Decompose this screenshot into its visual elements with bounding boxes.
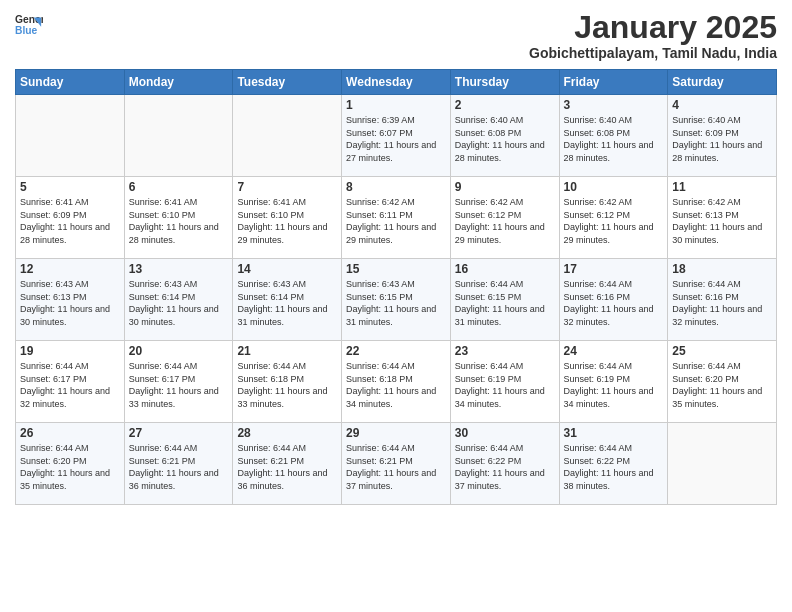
calendar-day-cell: 26Sunrise: 6:44 AMSunset: 6:20 PMDayligh… [16,423,125,505]
day-info: Sunrise: 6:40 AMSunset: 6:09 PMDaylight:… [672,114,772,164]
day-number: 13 [129,262,229,276]
calendar-day-cell: 4Sunrise: 6:40 AMSunset: 6:09 PMDaylight… [668,95,777,177]
header-thursday: Thursday [450,70,559,95]
day-number: 7 [237,180,337,194]
calendar-day-cell: 20Sunrise: 6:44 AMSunset: 6:17 PMDayligh… [124,341,233,423]
day-info: Sunrise: 6:44 AMSunset: 6:17 PMDaylight:… [20,360,120,410]
calendar-day-cell: 21Sunrise: 6:44 AMSunset: 6:18 PMDayligh… [233,341,342,423]
calendar-day-cell: 19Sunrise: 6:44 AMSunset: 6:17 PMDayligh… [16,341,125,423]
calendar-table: Sunday Monday Tuesday Wednesday Thursday… [15,69,777,505]
calendar-day-cell: 3Sunrise: 6:40 AMSunset: 6:08 PMDaylight… [559,95,668,177]
calendar-day-cell: 9Sunrise: 6:42 AMSunset: 6:12 PMDaylight… [450,177,559,259]
calendar-week-row: 19Sunrise: 6:44 AMSunset: 6:17 PMDayligh… [16,341,777,423]
day-number: 10 [564,180,664,194]
day-info: Sunrise: 6:44 AMSunset: 6:21 PMDaylight:… [346,442,446,492]
page: General Blue January 2025 Gobichettipala… [0,0,792,612]
calendar-day-cell: 7Sunrise: 6:41 AMSunset: 6:10 PMDaylight… [233,177,342,259]
calendar-day-cell: 27Sunrise: 6:44 AMSunset: 6:21 PMDayligh… [124,423,233,505]
day-number: 8 [346,180,446,194]
day-info: Sunrise: 6:43 AMSunset: 6:15 PMDaylight:… [346,278,446,328]
logo: General Blue [15,10,43,38]
day-number: 23 [455,344,555,358]
day-info: Sunrise: 6:43 AMSunset: 6:14 PMDaylight:… [129,278,229,328]
day-number: 29 [346,426,446,440]
calendar-day-cell: 11Sunrise: 6:42 AMSunset: 6:13 PMDayligh… [668,177,777,259]
day-number: 9 [455,180,555,194]
calendar-day-cell: 8Sunrise: 6:42 AMSunset: 6:11 PMDaylight… [342,177,451,259]
calendar-day-cell: 16Sunrise: 6:44 AMSunset: 6:15 PMDayligh… [450,259,559,341]
calendar-day-cell: 15Sunrise: 6:43 AMSunset: 6:15 PMDayligh… [342,259,451,341]
calendar-day-cell: 10Sunrise: 6:42 AMSunset: 6:12 PMDayligh… [559,177,668,259]
day-number: 26 [20,426,120,440]
subtitle: Gobichettipalayam, Tamil Nadu, India [529,45,777,61]
calendar-day-cell: 30Sunrise: 6:44 AMSunset: 6:22 PMDayligh… [450,423,559,505]
day-info: Sunrise: 6:41 AMSunset: 6:10 PMDaylight:… [237,196,337,246]
calendar-week-row: 5Sunrise: 6:41 AMSunset: 6:09 PMDaylight… [16,177,777,259]
calendar-week-row: 26Sunrise: 6:44 AMSunset: 6:20 PMDayligh… [16,423,777,505]
day-number: 5 [20,180,120,194]
header: General Blue January 2025 Gobichettipala… [15,10,777,61]
day-number: 2 [455,98,555,112]
day-number: 15 [346,262,446,276]
day-info: Sunrise: 6:44 AMSunset: 6:21 PMDaylight:… [129,442,229,492]
calendar-day-cell: 24Sunrise: 6:44 AMSunset: 6:19 PMDayligh… [559,341,668,423]
day-info: Sunrise: 6:39 AMSunset: 6:07 PMDaylight:… [346,114,446,164]
day-number: 19 [20,344,120,358]
day-number: 14 [237,262,337,276]
calendar-day-cell: 12Sunrise: 6:43 AMSunset: 6:13 PMDayligh… [16,259,125,341]
day-info: Sunrise: 6:43 AMSunset: 6:13 PMDaylight:… [20,278,120,328]
title-block: January 2025 Gobichettipalayam, Tamil Na… [529,10,777,61]
logo-icon: General Blue [15,10,43,38]
day-number: 20 [129,344,229,358]
day-info: Sunrise: 6:42 AMSunset: 6:12 PMDaylight:… [564,196,664,246]
header-monday: Monday [124,70,233,95]
header-friday: Friday [559,70,668,95]
day-number: 25 [672,344,772,358]
svg-text:Blue: Blue [15,25,38,36]
day-info: Sunrise: 6:44 AMSunset: 6:16 PMDaylight:… [564,278,664,328]
day-number: 31 [564,426,664,440]
calendar-day-cell [233,95,342,177]
day-info: Sunrise: 6:40 AMSunset: 6:08 PMDaylight:… [564,114,664,164]
calendar-day-cell: 25Sunrise: 6:44 AMSunset: 6:20 PMDayligh… [668,341,777,423]
calendar-week-row: 1Sunrise: 6:39 AMSunset: 6:07 PMDaylight… [16,95,777,177]
day-number: 18 [672,262,772,276]
calendar-day-cell [124,95,233,177]
day-info: Sunrise: 6:44 AMSunset: 6:17 PMDaylight:… [129,360,229,410]
day-number: 28 [237,426,337,440]
calendar-day-cell: 5Sunrise: 6:41 AMSunset: 6:09 PMDaylight… [16,177,125,259]
calendar-day-cell [16,95,125,177]
day-info: Sunrise: 6:42 AMSunset: 6:12 PMDaylight:… [455,196,555,246]
day-number: 1 [346,98,446,112]
day-info: Sunrise: 6:42 AMSunset: 6:11 PMDaylight:… [346,196,446,246]
header-wednesday: Wednesday [342,70,451,95]
weekday-header-row: Sunday Monday Tuesday Wednesday Thursday… [16,70,777,95]
day-info: Sunrise: 6:40 AMSunset: 6:08 PMDaylight:… [455,114,555,164]
day-info: Sunrise: 6:44 AMSunset: 6:20 PMDaylight:… [20,442,120,492]
day-info: Sunrise: 6:44 AMSunset: 6:19 PMDaylight:… [564,360,664,410]
day-number: 11 [672,180,772,194]
day-number: 4 [672,98,772,112]
calendar-day-cell: 23Sunrise: 6:44 AMSunset: 6:19 PMDayligh… [450,341,559,423]
day-number: 22 [346,344,446,358]
day-info: Sunrise: 6:44 AMSunset: 6:21 PMDaylight:… [237,442,337,492]
day-info: Sunrise: 6:42 AMSunset: 6:13 PMDaylight:… [672,196,772,246]
day-info: Sunrise: 6:41 AMSunset: 6:10 PMDaylight:… [129,196,229,246]
calendar-day-cell: 13Sunrise: 6:43 AMSunset: 6:14 PMDayligh… [124,259,233,341]
day-number: 24 [564,344,664,358]
day-info: Sunrise: 6:41 AMSunset: 6:09 PMDaylight:… [20,196,120,246]
day-number: 12 [20,262,120,276]
calendar-day-cell: 18Sunrise: 6:44 AMSunset: 6:16 PMDayligh… [668,259,777,341]
day-info: Sunrise: 6:43 AMSunset: 6:14 PMDaylight:… [237,278,337,328]
calendar-day-cell: 14Sunrise: 6:43 AMSunset: 6:14 PMDayligh… [233,259,342,341]
day-info: Sunrise: 6:44 AMSunset: 6:22 PMDaylight:… [564,442,664,492]
day-info: Sunrise: 6:44 AMSunset: 6:18 PMDaylight:… [346,360,446,410]
day-number: 6 [129,180,229,194]
header-sunday: Sunday [16,70,125,95]
calendar-day-cell: 31Sunrise: 6:44 AMSunset: 6:22 PMDayligh… [559,423,668,505]
calendar-day-cell: 29Sunrise: 6:44 AMSunset: 6:21 PMDayligh… [342,423,451,505]
main-title: January 2025 [529,10,777,45]
day-number: 16 [455,262,555,276]
header-saturday: Saturday [668,70,777,95]
day-info: Sunrise: 6:44 AMSunset: 6:20 PMDaylight:… [672,360,772,410]
